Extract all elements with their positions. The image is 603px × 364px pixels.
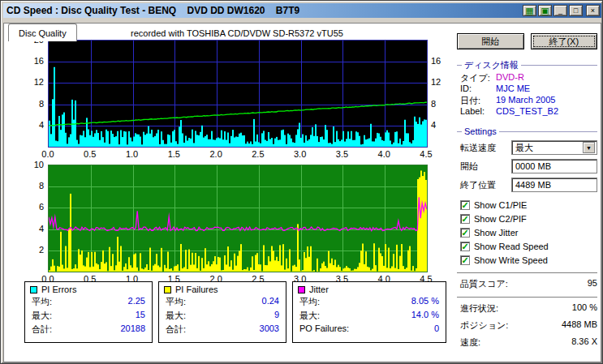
disc-icon: ▣ <box>541 6 549 15</box>
stat-label: 平均: <box>299 296 320 308</box>
axis-tick-label: 12 <box>21 77 44 87</box>
pi-failures-chart <box>48 165 428 272</box>
disc-type-value: DVD-R <box>496 72 524 82</box>
disc-date-row: 日付:19 March 2005 <box>457 94 597 105</box>
checkbox-checked-icon: ✓ <box>460 200 470 210</box>
pi-errors-swatch-icon <box>30 286 37 293</box>
disc-label-value: CDS_TEST_B2 <box>496 106 558 116</box>
disc-info-group-title: ディスク情報 <box>457 59 597 71</box>
axis-tick-label: 0.5 <box>79 149 101 159</box>
speed-select[interactable]: 最大 ▼ <box>511 140 597 155</box>
stat-value: 8.05 % <box>411 296 439 308</box>
disc-type-row: タイプ:DVD-R <box>457 71 597 83</box>
settings-group-title: Settings <box>457 126 597 136</box>
stat-label: PO Failures: <box>299 323 349 333</box>
tab-disc-quality[interactable]: Disc Quality <box>8 24 77 41</box>
checkbox-checked-icon: ✓ <box>460 214 470 224</box>
jitter-statbox: Jitter 平均:8.05 % 最大:14.0 % PO Failures:0 <box>292 281 446 343</box>
axis-tick-label: 0.0 <box>37 149 59 159</box>
axis-tick-label: 1.0 <box>121 149 144 159</box>
transfer-speed-row: 転送速度 最大 ▼ <box>457 140 597 155</box>
stat-label: 最大: <box>299 310 320 322</box>
axis-tick-label: 0.5 <box>79 274 101 284</box>
axis-tick-label: 8 <box>21 99 44 109</box>
axis-tick-label: 10 <box>21 160 44 169</box>
axis-tick-label: 0.0 <box>37 274 59 284</box>
checkbox-show-read-speed[interactable]: ✓ Show Read Speed <box>457 240 597 253</box>
minimize-button[interactable]: _ <box>553 5 567 16</box>
stat-value: 15 <box>136 310 145 322</box>
pi-errors-legend: PI Errors <box>41 285 76 294</box>
start-position-field[interactable]: 0000 MB <box>511 159 597 173</box>
axis-tick-label: 2 <box>21 245 44 255</box>
axis-tick-label: 4.0 <box>373 274 395 284</box>
start-button[interactable]: 開始 <box>457 33 524 49</box>
start-position-row: 開始 0000 MB <box>457 159 597 173</box>
stat-label: 平均: <box>166 296 186 308</box>
control-panel: 開始 終了(X) ディスク情報 タイプ:DVD-R ID:MJC ME 日付:1… <box>452 28 599 358</box>
axis-tick-label: 4.5 <box>415 149 437 159</box>
axis-tick-label: 3.5 <box>330 149 353 159</box>
axis-tick-label: 3.5 <box>330 274 353 284</box>
maximize-icon: □ <box>574 7 578 15</box>
stat-value: 2.25 <box>128 296 145 308</box>
pi-failures-swatch-icon <box>164 286 171 293</box>
pi-errors-chart <box>48 40 428 148</box>
axis-tick-label: 2.0 <box>205 274 227 284</box>
stat-label: 平均: <box>32 296 52 308</box>
stat-label: 最大: <box>32 310 52 322</box>
checkbox-show-write-speed[interactable]: ✓ Show Write Speed <box>457 254 597 267</box>
axis-tick-label: 1.5 <box>162 149 185 159</box>
checkbox-checked-icon: ✓ <box>460 228 470 238</box>
axis-tick-label: 4.0 <box>373 149 395 159</box>
axis-tick-label: 6 <box>21 202 44 212</box>
checkbox-checked-icon: ✓ <box>460 255 470 265</box>
quality-score-value: 95 <box>588 278 597 291</box>
close-button[interactable]: × <box>586 5 600 16</box>
stat-value: 20188 <box>120 323 145 336</box>
recorded-with-label: recorded with TOSHIBA CD/DVDW SD-R5372 v… <box>48 28 426 38</box>
jitter-legend: Jitter <box>309 285 329 294</box>
axis-tick-label: 12 <box>431 77 454 87</box>
chart-tool-icon-button[interactable]: ▦ <box>523 5 536 16</box>
axis-tick-label: 4.5 <box>415 274 437 284</box>
checkbox-show-c1pie[interactable]: ✓ Show C1/PIE <box>457 199 597 212</box>
progress-value: 100 % <box>572 302 597 315</box>
speed-row: 速度:8.36 X <box>457 336 597 349</box>
axis-tick-label: 4 <box>21 120 44 130</box>
stat-value: 0.24 <box>262 296 279 308</box>
stat-value: 14.0 % <box>411 310 439 322</box>
window-title: CD Speed : Disc Quality Test - BENQ DVD … <box>6 5 523 16</box>
exit-button[interactable]: 終了(X) <box>531 33 598 49</box>
checkbox-show-jitter[interactable]: ✓ Show Jitter <box>457 226 597 239</box>
tab-label: Disc Quality <box>19 28 67 38</box>
stat-label: 最大: <box>166 310 186 322</box>
close-icon: × <box>591 7 595 15</box>
axis-tick-label: 4 <box>431 120 454 130</box>
pi-errors-statbox: PI Errors 平均:2.25 最大:15 合計:20188 <box>24 281 153 343</box>
axis-tick-label: 16 <box>431 56 454 66</box>
axis-tick-label: 16 <box>21 56 44 66</box>
maximize-button[interactable]: □ <box>569 5 583 16</box>
disc-tool-icon-button[interactable]: ▣ <box>538 5 552 16</box>
checkbox-show-c2pif[interactable]: ✓ Show C2/PIF <box>457 212 597 225</box>
progress-row: 進行状況:100 % <box>457 302 597 315</box>
axis-tick-label: 2.5 <box>247 274 269 284</box>
axis-tick-label: 8 <box>431 99 454 109</box>
stat-label: 合計: <box>32 323 52 336</box>
axis-tick-label: 8 <box>21 181 44 191</box>
checkbox-checked-icon: ✓ <box>460 242 470 251</box>
separator <box>457 297 597 298</box>
separator <box>457 272 597 274</box>
disc-date-value: 19 March 2005 <box>496 95 555 105</box>
end-position-row: 終了位置 4489 MB <box>457 178 597 192</box>
chevron-down-icon[interactable]: ▼ <box>583 142 595 153</box>
end-position-field[interactable]: 4489 MB <box>511 178 597 192</box>
title-bar[interactable]: CD Speed : Disc Quality Test - BENQ DVD … <box>3 3 601 18</box>
axis-tick-label: 3.0 <box>289 274 312 284</box>
quality-score-row: 品質スコア:95 <box>457 278 597 291</box>
speed-select-value: 最大 <box>515 142 533 154</box>
pi-failures-statbox: PI Failures 平均:0.24 最大:9 合計:3003 <box>158 281 286 343</box>
speed-value: 8.36 X <box>571 336 597 349</box>
disc-label-row: Label:CDS_TEST_B2 <box>457 105 597 117</box>
